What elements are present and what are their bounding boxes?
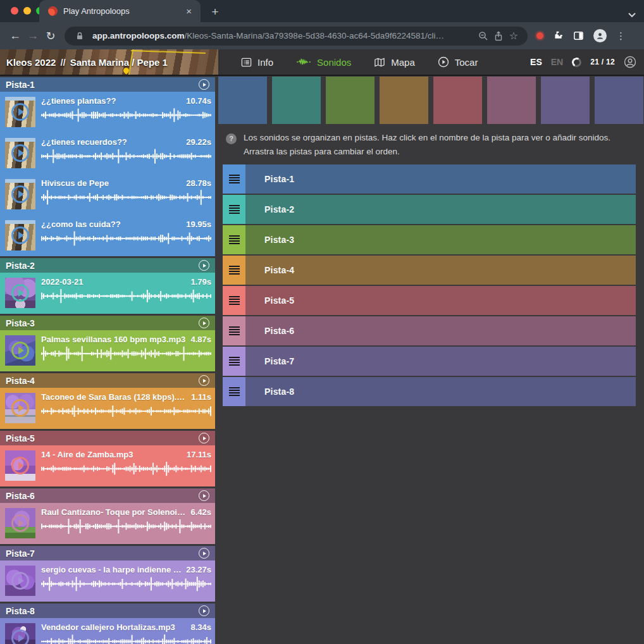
window-minimize-button[interactable] (23, 7, 31, 15)
track-row-bar[interactable]: Pista-3 (245, 225, 636, 254)
clip-play-icon[interactable] (11, 457, 29, 474)
track-row[interactable]: Pista-5 (223, 286, 636, 315)
track-row[interactable]: Pista-1 (223, 164, 636, 194)
window-close-button[interactable] (11, 7, 18, 15)
drag-handle[interactable] (223, 225, 245, 254)
recording-extension-icon[interactable] (536, 32, 543, 39)
track-play-button[interactable] (199, 375, 209, 386)
drag-handle[interactable] (223, 195, 245, 224)
bookmark-star-icon[interactable]: ☆ (506, 28, 521, 44)
track-play-button[interactable] (199, 490, 209, 501)
drag-handle[interactable] (223, 316, 245, 345)
clip-thumbnail[interactable] (5, 179, 35, 209)
track-play-button[interactable] (199, 605, 209, 616)
audio-clip[interactable]: Raul Cantizano- Toque por Solenoide.mp3 … (0, 503, 215, 544)
track-row-bar[interactable]: Pista-4 (245, 256, 636, 285)
clip-play-icon[interactable] (11, 399, 29, 417)
clip-thumbnail[interactable] (5, 220, 35, 251)
breadcrumb-session[interactable]: Santa Marina / Pepe 1 (70, 57, 168, 68)
track-row-bar[interactable]: Pista-7 (245, 347, 636, 376)
audio-clip[interactable]: Taconeo de Sara Baras (128 kbps).mp3 1.1… (0, 388, 215, 429)
track-row[interactable]: Pista-6 (223, 316, 636, 345)
back-button[interactable]: ← (6, 27, 24, 45)
clip-thumbnail[interactable] (5, 623, 35, 644)
track-header[interactable]: Pista-7 (0, 546, 215, 560)
clip-thumbnail[interactable] (5, 508, 35, 538)
track-row-bar[interactable]: Pista-1 (245, 164, 636, 194)
track-play-button[interactable] (199, 433, 209, 443)
track-row-bar[interactable]: Pista-6 (245, 316, 636, 345)
clip-thumbnail[interactable] (5, 393, 35, 423)
reload-button[interactable]: ↻ (42, 27, 59, 45)
language-en-button[interactable]: EN (551, 57, 563, 67)
audio-clip[interactable]: ¿¿tienes plantas?? 10.74s (0, 92, 215, 133)
account-icon[interactable] (624, 56, 636, 68)
tab-close-icon[interactable]: × (183, 5, 194, 17)
audio-clip[interactable]: ¿¿como las cuida?? 19.95s (0, 215, 215, 256)
clip-play-icon[interactable] (11, 226, 29, 244)
track-row-bar[interactable]: Pista-5 (245, 286, 636, 315)
track-row-bar[interactable]: Pista-2 (245, 195, 636, 224)
map-thumbnail[interactable]: Kleos 2022//Santa Marina / Pepe 1 (0, 49, 218, 75)
drag-handle[interactable] (223, 377, 245, 406)
nav-info[interactable]: Info (241, 57, 273, 68)
nav-sonidos[interactable]: Sonidos (296, 57, 351, 68)
extensions-puzzle-icon[interactable] (553, 30, 564, 41)
forward-button[interactable]: → (24, 27, 42, 45)
track-row[interactable]: Pista-2 (223, 195, 636, 224)
track-header[interactable]: Pista-8 (0, 604, 215, 618)
clip-thumbnail[interactable] (5, 450, 35, 481)
audio-clip[interactable]: Palmas sevillanas 160 bpm mp3.mp3 4.87s (0, 330, 215, 371)
track-row[interactable]: Pista-4 (223, 256, 636, 285)
clip-play-icon[interactable] (11, 572, 29, 590)
side-panel-icon[interactable] (573, 30, 584, 41)
clip-thumbnail[interactable] (5, 566, 35, 596)
drag-handle[interactable] (223, 286, 245, 315)
drag-handle[interactable] (223, 347, 245, 376)
clip-play-icon[interactable] (11, 284, 29, 302)
track-play-button[interactable] (199, 260, 209, 271)
clip-thumbnail[interactable] (5, 335, 35, 366)
track-header[interactable]: Pista-3 (0, 316, 215, 330)
nav-mapa[interactable]: Mapa (374, 57, 415, 68)
audio-clip[interactable]: ¿¿tienes recuerdos?? 29.22s (0, 133, 215, 174)
track-play-button[interactable] (199, 548, 209, 559)
track-row[interactable]: Pista-7 (223, 347, 636, 376)
browser-menu-icon[interactable]: ⋮ (616, 31, 626, 40)
clip-play-icon[interactable] (11, 514, 29, 532)
clip-play-icon[interactable] (11, 103, 29, 121)
new-tab-button[interactable]: + (207, 4, 223, 20)
clip-thumbnail[interactable] (5, 278, 35, 308)
drag-handle[interactable] (223, 256, 245, 285)
breadcrumb-project[interactable]: Kleos 2022 (6, 57, 56, 68)
track-row[interactable]: Pista-3 (223, 225, 636, 254)
audio-clip[interactable]: sergio cuevas - la harpe indienne - 03 -… (0, 560, 215, 602)
clip-thumbnail[interactable] (5, 138, 35, 168)
clip-play-icon[interactable] (11, 629, 29, 644)
audio-clip[interactable]: 2022-03-21 1.79s (0, 273, 215, 314)
drag-handle[interactable] (223, 164, 245, 194)
clip-play-icon[interactable] (11, 342, 29, 359)
track-header[interactable]: Pista-4 (0, 373, 215, 388)
browser-profile-avatar[interactable] (593, 29, 607, 42)
url-bar[interactable]: app.antropoloops.com/Kleos-Santa-Marina/… (65, 27, 528, 46)
browser-tab[interactable]: Play Antropoloops × (39, 0, 201, 22)
audio-clip[interactable]: Vendedor callejero Hortalizas.mp3 8.34s (0, 618, 215, 644)
audio-clip[interactable]: Hiviscus de Pepe 28.78s (0, 174, 215, 215)
track-play-button[interactable] (199, 79, 209, 90)
track-header[interactable]: Pista-5 (0, 431, 215, 445)
zoom-out-icon[interactable] (476, 28, 491, 44)
track-header[interactable]: Pista-1 (0, 77, 215, 92)
track-row-bar[interactable]: Pista-8 (245, 377, 636, 406)
audio-clip[interactable]: 14 - Aire de Zamba.mp3 17.11s (0, 445, 215, 486)
share-icon[interactable] (491, 28, 506, 44)
clip-play-icon[interactable] (11, 185, 29, 203)
clip-play-icon[interactable] (11, 144, 29, 162)
track-header[interactable]: Pista-2 (0, 258, 215, 273)
clip-thumbnail[interactable] (5, 97, 35, 127)
language-es-button[interactable]: ES (530, 57, 542, 67)
tab-search-chevron-icon[interactable] (628, 9, 636, 20)
nav-tocar[interactable]: Tocar (438, 56, 478, 68)
track-row[interactable]: Pista-8 (223, 377, 636, 406)
track-play-button[interactable] (199, 318, 209, 328)
